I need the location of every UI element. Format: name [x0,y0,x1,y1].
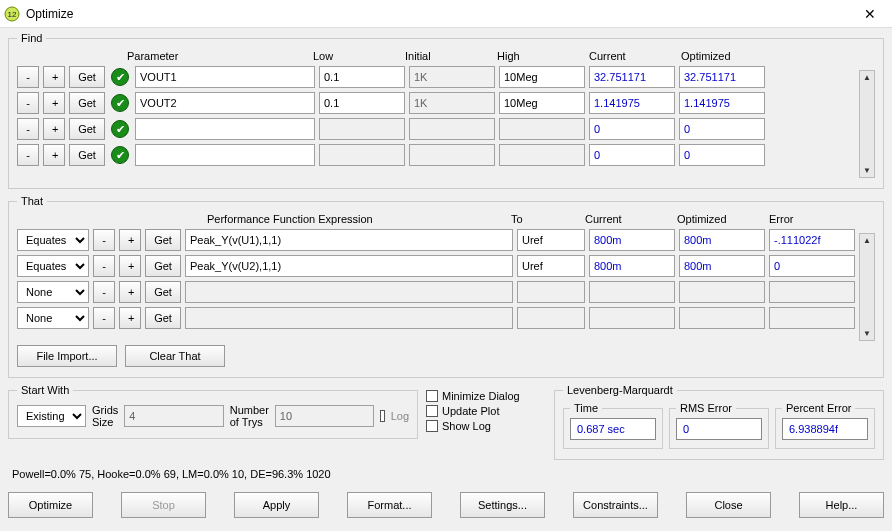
startwith-select[interactable]: Existing [17,405,86,427]
update-checkbox[interactable] [426,405,438,417]
that-error-input[interactable] [769,255,855,277]
check-icon[interactable]: ✔ [111,68,129,86]
file-import-button[interactable]: File Import... [17,345,117,367]
hdr-to: To [511,213,579,225]
hdr-expr: Performance Function Expression [207,213,505,225]
that-current-input[interactable] [589,229,675,251]
low-input[interactable] [319,92,405,114]
svg-text:12: 12 [8,10,17,19]
update-label: Update Plot [442,405,499,417]
param-input[interactable] [135,118,315,140]
find-minus-button[interactable]: - [17,92,39,114]
lm-rms-label: RMS Error [676,402,736,414]
find-scrollbar[interactable]: ▲ ▼ [859,70,875,178]
that-select[interactable]: Equates [17,229,89,251]
that-get-button[interactable]: Get [145,307,181,329]
close-icon[interactable]: ✕ [854,2,886,26]
that-plus-button[interactable]: + [119,255,141,277]
that-minus-button[interactable]: - [93,229,115,251]
scroll-up-icon[interactable]: ▲ [863,71,871,84]
that-scrollbar[interactable]: ▲ ▼ [859,233,875,341]
trys-input [275,405,374,427]
that-select[interactable]: Equates [17,255,89,277]
log-checkbox[interactable] [380,410,384,422]
that-get-button[interactable]: Get [145,281,181,303]
that-row: None - + Get [17,307,855,329]
param-input[interactable] [135,92,315,114]
help-button[interactable]: Help... [799,492,884,518]
hdr-high: High [497,50,583,62]
find-plus-button[interactable]: + [43,66,65,88]
that-error-input [769,281,855,303]
find-minus-button[interactable]: - [17,144,39,166]
optimize-button[interactable]: Optimize [8,492,93,518]
that-error-input[interactable] [769,229,855,251]
that-plus-button[interactable]: + [119,281,141,303]
find-get-button[interactable]: Get [69,144,105,166]
find-plus-button[interactable]: + [43,118,65,140]
that-optimized-input[interactable] [679,229,765,251]
find-minus-button[interactable]: - [17,66,39,88]
find-get-button[interactable]: Get [69,66,105,88]
find-plus-button[interactable]: + [43,144,65,166]
minimize-checkbox[interactable] [426,390,438,402]
constraints-button[interactable]: Constraints... [573,492,658,518]
format-button[interactable]: Format... [347,492,432,518]
that-select[interactable]: None [17,307,89,329]
check-icon[interactable]: ✔ [111,94,129,112]
trys-label: Number of Trys [230,404,269,428]
optimized-input[interactable] [679,118,765,140]
optimized-input[interactable] [679,66,765,88]
that-minus-button[interactable]: - [93,255,115,277]
lm-time-value: 0.687 sec [570,418,656,440]
that-error-input [769,307,855,329]
check-icon[interactable]: ✔ [111,146,129,164]
find-get-button[interactable]: Get [69,92,105,114]
current-input[interactable] [589,92,675,114]
window-title: Optimize [26,7,73,21]
find-legend: Find [17,32,46,44]
that-plus-button[interactable]: + [119,307,141,329]
that-current-input[interactable] [589,255,675,277]
scroll-up-icon[interactable]: ▲ [863,234,871,247]
that-minus-button[interactable]: - [93,281,115,303]
to-input[interactable] [517,255,585,277]
optimized-input[interactable] [679,144,765,166]
scroll-down-icon[interactable]: ▼ [863,164,871,177]
that-select[interactable]: None [17,281,89,303]
hdr-optimized: Optimized [681,50,767,62]
clear-that-button[interactable]: Clear That [125,345,225,367]
low-input[interactable] [319,66,405,88]
optimized-input[interactable] [679,92,765,114]
current-input[interactable] [589,66,675,88]
find-get-button[interactable]: Get [69,118,105,140]
param-input[interactable] [135,66,315,88]
that-get-button[interactable]: Get [145,229,181,251]
high-input[interactable] [499,66,585,88]
to-input [517,307,585,329]
that-minus-button[interactable]: - [93,307,115,329]
high-input [499,144,585,166]
that-get-button[interactable]: Get [145,255,181,277]
apply-button[interactable]: Apply [234,492,319,518]
to-input[interactable] [517,229,585,251]
that-optimized-input[interactable] [679,255,765,277]
expr-input[interactable] [185,229,513,251]
check-icon[interactable]: ✔ [111,120,129,138]
hdr-that-current: Current [585,213,671,225]
current-input[interactable] [589,144,675,166]
find-minus-button[interactable]: - [17,118,39,140]
lm-rms-value: 0 [676,418,762,440]
that-current-input [589,281,675,303]
expr-input[interactable] [185,255,513,277]
settings-button[interactable]: Settings... [460,492,545,518]
high-input[interactable] [499,92,585,114]
current-input[interactable] [589,118,675,140]
showlog-checkbox[interactable] [426,420,438,432]
that-plus-button[interactable]: + [119,229,141,251]
that-group: That Performance Function Expression To … [8,195,884,378]
find-plus-button[interactable]: + [43,92,65,114]
param-input[interactable] [135,144,315,166]
close-button[interactable]: Close [686,492,771,518]
scroll-down-icon[interactable]: ▼ [863,327,871,340]
